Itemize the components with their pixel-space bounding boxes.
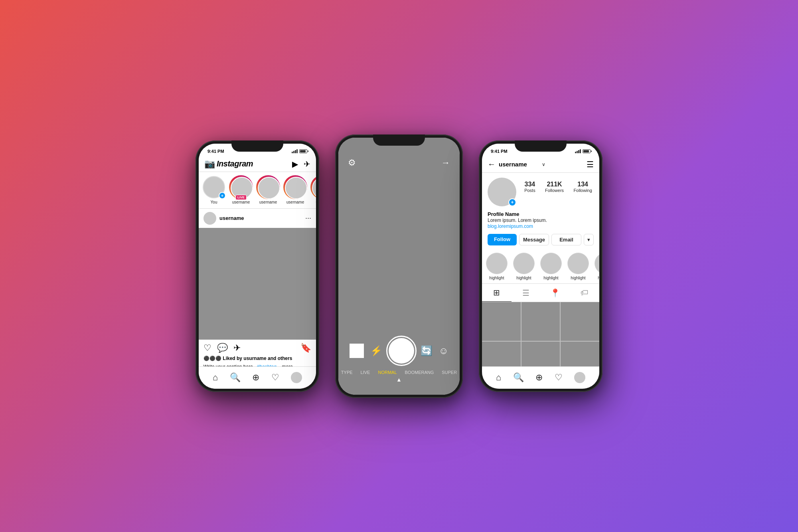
nav-plus-icon[interactable]: ⊕: [252, 372, 259, 383]
story-label-you: You: [211, 200, 217, 204]
video-icon[interactable]: ▶: [292, 159, 298, 169]
tab-location[interactable]: 📍: [541, 284, 570, 302]
highlight-5[interactable]: highlight: [595, 253, 599, 280]
instagram-logo-text: Instagram: [217, 159, 292, 168]
story-4[interactable]: usern...: [311, 176, 316, 204]
grid-cell-3[interactable]: [561, 302, 599, 341]
follow-button[interactable]: Follow: [488, 234, 517, 245]
story-live[interactable]: LIVE username: [230, 176, 252, 204]
story-avatar-wrap-live: LIVE: [230, 176, 252, 198]
profile-link[interactable]: blog.loremipsum.com: [488, 223, 594, 229]
camera-mode-type[interactable]: TYPE: [341, 370, 353, 375]
heart-icon[interactable]: ♡: [203, 343, 211, 353]
highlight-circle-3: [540, 253, 562, 274]
nav-profile-icon[interactable]: [291, 372, 302, 383]
profile-username-title: username: [499, 161, 540, 168]
email-button[interactable]: Email: [551, 234, 581, 245]
grid-icon: ⊞: [493, 288, 500, 297]
battery-icon-3: [583, 149, 591, 153]
stat-posts[interactable]: 334 Posts: [524, 181, 535, 193]
highlight-3[interactable]: highlight: [540, 253, 562, 280]
status-time-1: 9:41 PM: [207, 149, 224, 154]
profile-tabs: ⊞ ☰ 📍 🏷: [482, 284, 599, 302]
tab-grid[interactable]: ⊞: [482, 284, 512, 302]
camera-mode-live[interactable]: LIVE: [361, 370, 370, 375]
profile-action-buttons: Follow Message Email ▾: [482, 232, 599, 249]
profile-screen: 9:41 PM ←: [482, 144, 599, 389]
camera-face-icon[interactable]: ☺: [439, 345, 449, 356]
grid-cell-2[interactable]: [521, 302, 560, 341]
nav-home-icon[interactable]: ⌂: [213, 372, 218, 383]
nav-heart-icon[interactable]: ♡: [271, 372, 279, 383]
story-add-button[interactable]: +: [219, 192, 226, 199]
story-label-1: username: [232, 200, 250, 204]
nav3-search-icon[interactable]: 🔍: [513, 372, 524, 383]
profile-chevron-icon[interactable]: ∨: [542, 162, 545, 167]
bottom-nav-3: ⌂ 🔍 ⊕ ♡: [482, 366, 599, 389]
tab-list[interactable]: ☰: [512, 284, 541, 302]
camera-bottom-controls: ⚡ 🔄 ☺ TYPE LIVE NORMAL BOOMERANG SUPER: [338, 338, 460, 395]
story-avatar-wrap-4: [311, 176, 316, 198]
comment-icon[interactable]: 💬: [217, 343, 228, 353]
list-icon: ☰: [522, 288, 529, 298]
story-avatar-wrap-2: [257, 176, 279, 198]
profile-add-button[interactable]: +: [508, 198, 516, 206]
posts-count: 334: [525, 181, 535, 188]
post-username[interactable]: username: [219, 215, 305, 221]
back-button[interactable]: ←: [488, 160, 496, 169]
camera-mode-super[interactable]: SUPER: [442, 370, 457, 375]
profile-bio-text: Lorem ipsum. Lorem ipsum.: [488, 217, 594, 224]
camera-mode-boomerang[interactable]: BOOMERANG: [405, 370, 434, 375]
message-button[interactable]: Message: [519, 234, 549, 245]
post-likes: ⚫⚫⚫ Liked by usurname and others: [199, 355, 316, 363]
camera-flash-icon[interactable]: ⚡: [370, 345, 382, 356]
camera-forward-icon[interactable]: →: [441, 158, 450, 168]
camera-mode-normal[interactable]: NORMAL: [378, 370, 397, 375]
liked-by-avatars: ⚫⚫⚫: [203, 356, 221, 361]
story-self[interactable]: + You: [203, 176, 225, 204]
stat-following[interactable]: 134 Following: [573, 181, 592, 193]
highlight-1[interactable]: highlight: [486, 253, 508, 280]
phone-feed: 9:41 PM 📷: [196, 140, 319, 392]
story-label-3: username: [286, 200, 304, 204]
camera-shutter-button[interactable]: [389, 338, 414, 364]
camera-flip-icon[interactable]: 🔄: [421, 345, 433, 356]
posts-label: Posts: [524, 188, 535, 193]
story-2[interactable]: username: [257, 176, 279, 204]
post-action-icons: ♡ 💬 ✈: [203, 343, 300, 353]
camera-gallery-preview[interactable]: [350, 344, 364, 358]
bookmark-icon[interactable]: 🔖: [300, 343, 311, 353]
nav3-home-icon[interactable]: ⌂: [496, 372, 501, 383]
profile-header: ← username ∨ ☰: [482, 156, 599, 173]
share-icon[interactable]: ✈: [233, 343, 241, 353]
phone-camera: ⚙ → ⚡ 🔄 ☺ TYPE: [335, 134, 463, 398]
signal-icon-3: [575, 149, 581, 153]
nav3-plus-icon[interactable]: ⊕: [535, 372, 543, 383]
send-icon[interactable]: ✈: [304, 159, 310, 169]
battery-icon: [299, 149, 307, 153]
tab-tag[interactable]: 🏷: [570, 284, 600, 302]
highlight-circle-2: [513, 253, 535, 274]
location-icon: 📍: [550, 288, 560, 298]
phone-profile: 9:41 PM ←: [479, 140, 602, 392]
profile-menu-icon[interactable]: ☰: [587, 160, 594, 169]
highlight-label-3: highlight: [543, 276, 558, 280]
post-more-icon[interactable]: ···: [305, 214, 311, 222]
highlight-2[interactable]: highlight: [513, 253, 535, 280]
highlight-circle-1: [486, 253, 508, 274]
stat-followers[interactable]: 211K Followers: [545, 181, 564, 193]
story-3[interactable]: username: [284, 176, 306, 204]
followers-count: 211K: [547, 181, 562, 188]
post-image: [199, 228, 316, 340]
nav3-heart-icon[interactable]: ♡: [555, 372, 563, 383]
tag-icon: 🏷: [581, 288, 589, 297]
highlight-label-2: highlight: [516, 276, 531, 280]
highlight-label-5: highlight: [598, 276, 599, 280]
nav3-profile-icon[interactable]: [574, 372, 585, 383]
more-button[interactable]: ▾: [584, 234, 594, 245]
grid-cell-1[interactable]: [482, 302, 521, 341]
camera-settings-icon[interactable]: ⚙: [348, 158, 356, 168]
nav-search-icon[interactable]: 🔍: [230, 372, 241, 383]
highlight-4[interactable]: highlight: [567, 253, 589, 280]
profile-stats: 334 Posts 211K Followers 134 Following: [523, 178, 594, 193]
